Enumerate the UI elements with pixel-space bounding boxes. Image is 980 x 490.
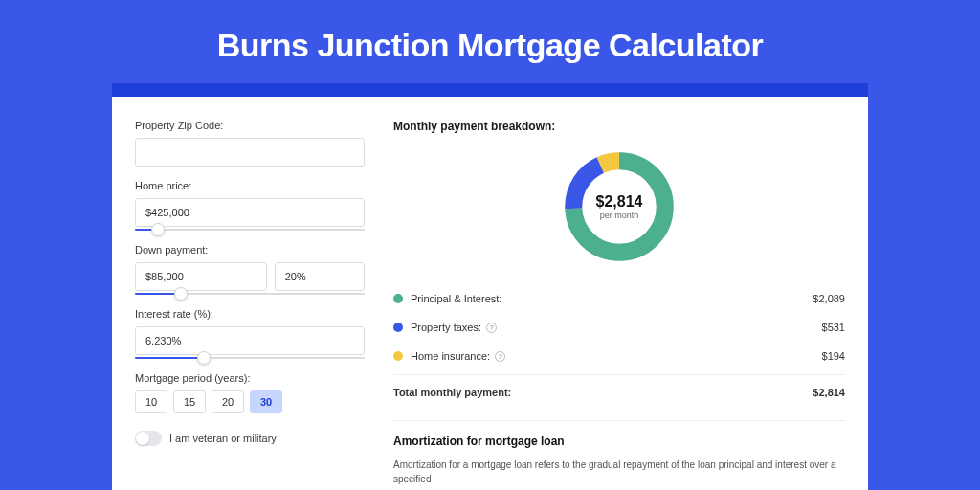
total-row: Total monthly payment: $2,814	[393, 374, 845, 407]
donut-center: $2,814 per month	[559, 146, 679, 267]
legend-swatch	[393, 351, 403, 361]
legend-amount: $531	[822, 322, 845, 333]
info-icon[interactable]: ?	[486, 323, 497, 333]
form-column: Property Zip Code: Home price: Down paym…	[112, 97, 384, 490]
period-label: Mortgage period (years):	[135, 372, 365, 384]
donut-center-value: $2,814	[596, 193, 643, 211]
veteran-toggle[interactable]	[135, 431, 162, 446]
rate-label: Interest rate (%):	[135, 308, 365, 320]
zip-field-block: Property Zip Code:	[135, 120, 365, 167]
breakdown-column: Monthly payment breakdown: $2,814 per mo…	[384, 97, 868, 490]
rate-slider-thumb[interactable]	[197, 351, 211, 365]
legend-text: Home insurance:	[411, 350, 490, 362]
legend-amount: $2,089	[813, 293, 845, 304]
legend-swatch	[393, 294, 403, 303]
legend-amount: $194	[822, 350, 845, 362]
down-amount-input[interactable]	[135, 262, 267, 291]
zip-label: Property Zip Code:	[135, 120, 365, 131]
legend-row: Principal & Interest:$2,089	[393, 284, 845, 313]
down-label: Down payment:	[135, 244, 365, 256]
veteran-toggle-row: I am veteran or military	[135, 431, 365, 446]
veteran-toggle-knob	[136, 432, 149, 445]
rate-slider[interactable]	[135, 357, 365, 359]
legend-list: Principal & Interest:$2,089Property taxe…	[393, 284, 845, 370]
rate-slider-fill	[135, 357, 204, 359]
period-option-10[interactable]: 10	[135, 390, 167, 413]
price-field-block: Home price:	[135, 180, 365, 231]
page-title: Burns Junction Mortgage Calculator	[0, 0, 980, 83]
legend-text: Property taxes:	[411, 322, 481, 333]
legend-row: Property taxes:?$531	[393, 313, 845, 342]
period-field-block: Mortgage period (years): 10152030	[135, 372, 365, 413]
price-label: Home price:	[135, 180, 365, 191]
total-label: Total monthly payment:	[393, 387, 511, 398]
amortization-body: Amortization for a mortgage loan refers …	[393, 457, 845, 486]
calculator-card: Property Zip Code: Home price: Down paym…	[112, 97, 868, 490]
legend-text: Principal & Interest:	[411, 293, 501, 304]
period-option-30[interactable]: 30	[250, 390, 282, 413]
total-amount: $2,814	[813, 387, 845, 398]
amortization-block: Amortization for mortgage loan Amortizat…	[393, 420, 845, 486]
period-options-row: 10152030	[135, 390, 365, 413]
info-icon[interactable]: ?	[495, 351, 505, 362]
veteran-label: I am veteran or military	[169, 433, 277, 444]
legend-swatch	[393, 323, 403, 332]
amortization-title: Amortization for mortgage loan	[393, 434, 845, 448]
zip-input[interactable]	[135, 138, 365, 167]
breakdown-title: Monthly payment breakdown:	[393, 120, 845, 133]
price-input[interactable]	[135, 198, 365, 227]
legend-label: Principal & Interest:	[393, 293, 501, 304]
price-slider-thumb[interactable]	[151, 223, 165, 236]
legend-row: Home insurance:?$194	[393, 342, 845, 370]
legend-label: Home insurance:?	[393, 350, 505, 362]
rate-input[interactable]	[135, 326, 365, 355]
rate-field-block: Interest rate (%):	[135, 308, 365, 359]
donut-center-sub: per month	[600, 211, 639, 220]
down-percent-input[interactable]	[275, 262, 365, 291]
legend-label: Property taxes:?	[393, 322, 497, 333]
period-option-15[interactable]: 15	[173, 390, 206, 413]
down-slider[interactable]	[135, 293, 365, 295]
down-field-block: Down payment:	[135, 244, 365, 295]
price-slider[interactable]	[135, 229, 365, 231]
donut-chart-wrap: $2,814 per month	[393, 146, 845, 267]
period-option-20[interactable]: 20	[212, 390, 244, 413]
down-slider-thumb[interactable]	[174, 287, 188, 301]
donut-chart: $2,814 per month	[559, 146, 679, 267]
outer-panel: Property Zip Code: Home price: Down paym…	[112, 83, 868, 490]
